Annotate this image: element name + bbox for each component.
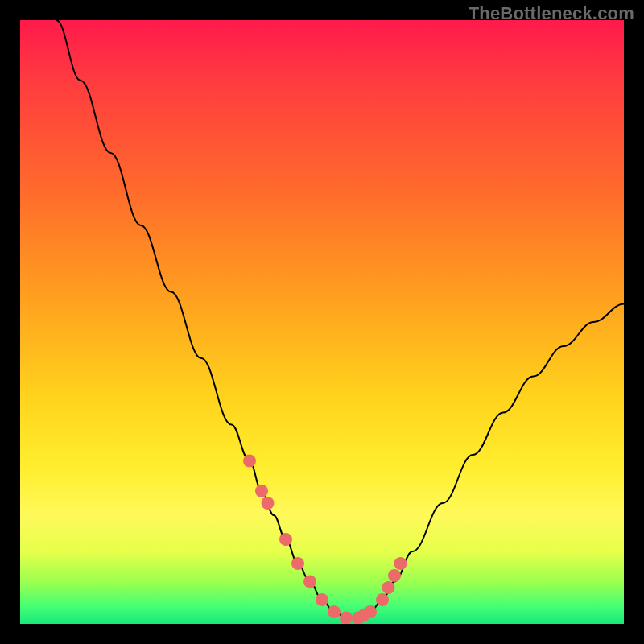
highlight-bead: [394, 557, 407, 570]
highlight-bead: [382, 581, 395, 594]
bottleneck-curve: [56, 20, 624, 618]
highlight-bead: [376, 593, 389, 606]
highlight-bead: [291, 557, 304, 570]
highlight-bead: [262, 497, 275, 510]
highlight-bead: [328, 605, 341, 618]
highlight-bead: [279, 533, 292, 546]
plot-area: [20, 20, 624, 624]
chart-svg: [20, 20, 624, 624]
watermark-label: TheBottleneck.com: [469, 3, 634, 24]
highlight-bead: [255, 485, 268, 497]
highlight-bead: [364, 605, 377, 618]
highlight-bead: [316, 593, 328, 606]
highlight-bead: [303, 576, 316, 588]
highlight-bead: [340, 612, 353, 625]
chart-frame: TheBottleneck.com: [0, 0, 644, 644]
highlight-bead: [388, 569, 401, 582]
highlight-bead: [243, 455, 256, 468]
